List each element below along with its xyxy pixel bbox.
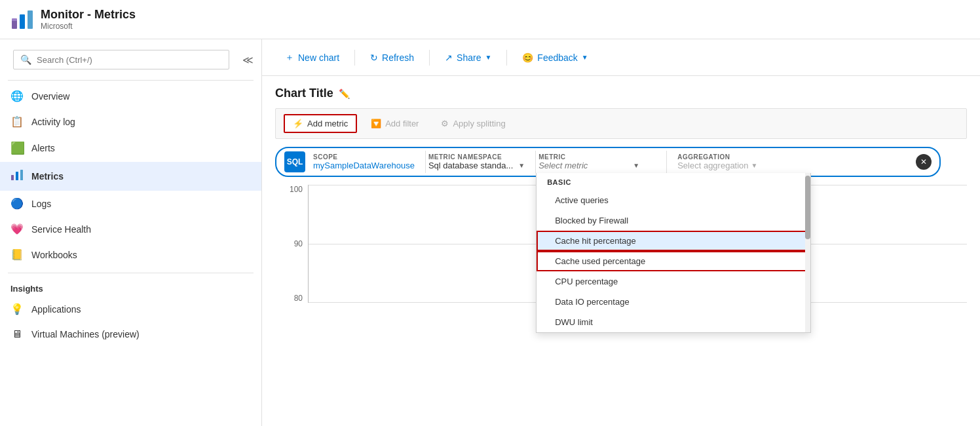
sidebar-search-container: 🔍 <box>13 50 229 69</box>
virtual-machines-icon: 🖥 <box>10 328 24 340</box>
metric-chevron-icon[interactable]: ▼ <box>633 162 639 169</box>
aggregation-placeholder: Select aggregation <box>677 161 748 170</box>
namespace-section: METRIC NAMESPACE Sql database standa... … <box>426 151 536 173</box>
sidebar-item-logs[interactable]: 🔵 Logs <box>0 191 261 216</box>
dropdown-item-blocked-by-firewall[interactable]: Blocked by Firewall <box>537 210 810 231</box>
sidebar-item-label-overview: Overview <box>31 91 69 102</box>
svg-rect-0 <box>12 20 17 29</box>
add-filter-label: Add filter <box>385 119 419 128</box>
refresh-icon: ↻ <box>370 52 378 63</box>
dropdown-section-basic: BASIC <box>537 173 810 190</box>
y-label-80: 80 <box>294 294 303 303</box>
service-health-icon: 💗 <box>10 223 24 235</box>
sidebar-item-metrics[interactable]: Metrics <box>0 162 261 191</box>
share-icon: ↗ <box>445 52 453 63</box>
add-filter-icon: 🔽 <box>371 119 381 128</box>
dropdown-scrollbar-track <box>805 173 810 332</box>
sidebar-item-virtual-machines[interactable]: 🖥 Virtual Machines (preview) <box>0 322 261 347</box>
svg-rect-4 <box>11 175 14 180</box>
sidebar-item-label-service-health: Service Health <box>31 224 91 235</box>
sidebar-collapse-button[interactable]: ≪ <box>240 51 256 69</box>
share-chevron-icon: ▼ <box>485 54 491 61</box>
sidebar-item-applications[interactable]: 💡 Applications <box>0 296 261 322</box>
scope-row: SQL SCOPE mySampleDataWarehouse METRIC N… <box>275 147 941 177</box>
sidebar-item-alerts[interactable]: 🟩 Alerts <box>0 134 261 162</box>
metric-dropdown: BASIC Active queries Blocked by Firewall… <box>536 173 811 333</box>
dropdown-item-cache-hit-percentage[interactable]: Cache hit percentage <box>537 231 810 251</box>
add-metric-label: Add metric <box>307 119 348 128</box>
sidebar-item-label-alerts: Alerts <box>31 143 55 153</box>
search-icon: 🔍 <box>20 54 31 65</box>
insights-section-label: Insights <box>0 276 261 296</box>
toolbar-separator-2 <box>429 50 430 66</box>
refresh-button[interactable]: ↻ Refresh <box>360 48 424 68</box>
metric-section: METRIC ▼ BASIC Active queries <box>536 151 667 173</box>
new-chart-label: New chart <box>298 52 339 63</box>
app-title: Monitor - Metrics <box>41 8 136 22</box>
app-subtitle: Microsoft <box>41 22 136 31</box>
sidebar-item-service-health[interactable]: 💗 Service Health <box>0 216 261 242</box>
dropdown-scrollbar-thumb <box>805 176 810 239</box>
add-filter-button[interactable]: 🔽 Add filter <box>362 115 427 132</box>
aggregation-section: AGGREGATION Select aggregation ▼ <box>667 151 916 173</box>
add-metric-icon: ⚡ <box>293 119 303 128</box>
dropdown-item-dwu-limit[interactable]: DWU limit <box>537 312 810 332</box>
metric-input[interactable] <box>538 161 630 170</box>
scope-label: SCOPE <box>313 153 415 161</box>
add-metric-button[interactable]: ⚡ Add metric <box>284 114 357 133</box>
aggregation-select-row[interactable]: Select aggregation ▼ <box>677 161 905 170</box>
dropdown-item-data-io-percentage[interactable]: Data IO percentage <box>537 292 810 312</box>
chart-title-row: Chart Title ✏️ <box>275 87 967 100</box>
namespace-value: Sql database standa... <box>428 161 513 170</box>
metric-select-row: ▼ <box>538 161 656 170</box>
sidebar-item-overview[interactable]: 🌐 Overview <box>0 83 261 109</box>
dropdown-item-cache-used-percentage[interactable]: Cache used percentage <box>537 251 810 271</box>
svg-rect-5 <box>16 172 18 180</box>
toolbar-separator-3 <box>506 50 507 66</box>
sidebar-divider-insights <box>8 273 254 273</box>
sidebar: 🔍 ≪ 🌐 Overview 📋 Activity log 🟩 Alerts <box>0 39 262 426</box>
workbooks-icon: 📒 <box>10 248 24 261</box>
logs-icon: 🔵 <box>10 197 24 210</box>
aggregation-chevron-icon[interactable]: ▼ <box>751 162 758 169</box>
metrics-icon <box>10 168 24 184</box>
share-button[interactable]: ↗ Share ▼ <box>435 48 501 68</box>
main-layout: 🔍 ≪ 🌐 Overview 📋 Activity log 🟩 Alerts <box>0 39 980 426</box>
scope-value[interactable]: mySampleDataWarehouse <box>313 161 415 170</box>
namespace-chevron-icon: ▼ <box>518 162 525 169</box>
apply-splitting-label: Apply splitting <box>453 119 505 128</box>
app-header: Monitor - Metrics Microsoft <box>0 0 980 39</box>
new-chart-button[interactable]: ＋ New chart <box>275 47 349 68</box>
feedback-label: Feedback <box>537 52 577 63</box>
metric-toolbar: ⚡ Add metric 🔽 Add filter ⚙ Apply splitt… <box>275 108 967 139</box>
dropdown-item-cpu-percentage[interactable]: CPU percentage <box>537 271 810 292</box>
svg-rect-2 <box>28 10 33 29</box>
content-area: ＋ New chart ↻ Refresh ↗ Share ▼ 😊 Feedba… <box>262 39 980 426</box>
namespace-select[interactable]: Sql database standa... ▼ <box>428 161 525 170</box>
sidebar-item-label-applications: Applications <box>31 304 81 315</box>
alerts-icon: 🟩 <box>10 141 24 155</box>
sidebar-item-workbooks[interactable]: 📒 Workbooks <box>0 242 261 267</box>
sidebar-divider <box>8 80 254 81</box>
search-input[interactable] <box>37 55 222 65</box>
scope-close-button[interactable]: ✕ <box>916 154 932 170</box>
sidebar-item-activity-log[interactable]: 📋 Activity log <box>0 109 261 134</box>
apply-splitting-button[interactable]: ⚙ Apply splitting <box>432 115 514 132</box>
chart-area: Chart Title ✏️ ⚡ Add metric 🔽 Add filter… <box>262 76 980 426</box>
feedback-icon: 😊 <box>522 52 533 63</box>
sidebar-item-label-virtual-machines: Virtual Machines (preview) <box>31 329 140 339</box>
y-label-100: 100 <box>290 185 303 194</box>
y-label-90: 90 <box>294 239 303 248</box>
feedback-chevron-icon: ▼ <box>582 54 588 61</box>
new-chart-icon: ＋ <box>285 52 294 64</box>
app-logo-icon <box>10 8 34 31</box>
svg-rect-3 <box>12 18 17 21</box>
feedback-button[interactable]: 😊 Feedback ▼ <box>512 48 597 68</box>
chart-edit-icon[interactable]: ✏️ <box>339 88 350 99</box>
svg-rect-6 <box>20 170 23 180</box>
share-label: Share <box>457 52 481 63</box>
activity-log-icon: 📋 <box>10 115 24 128</box>
app-logo: Monitor - Metrics Microsoft <box>10 8 136 31</box>
scope-section: SCOPE mySampleDataWarehouse <box>311 151 426 173</box>
dropdown-item-active-queries[interactable]: Active queries <box>537 190 810 210</box>
